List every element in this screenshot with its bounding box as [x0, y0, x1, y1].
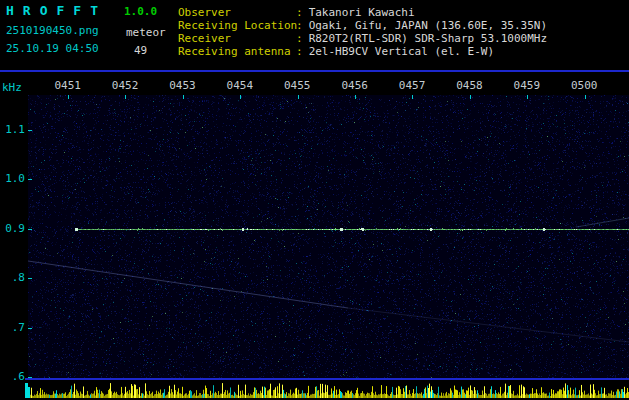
time-axis: 0451045204530454045504560457045804590500 [39, 79, 613, 92]
station-info-row: Receiving Location:Ogaki, Gifu, JAPAN (1… [178, 19, 547, 32]
spectrogram-plot [28, 95, 629, 378]
header-separator-line [0, 70, 629, 72]
app-title-letter: T [90, 3, 98, 18]
info-value: Ogaki, Gifu, JAPAN (136.60E, 35.35N) [309, 19, 547, 32]
mode-label: meteor [126, 26, 166, 39]
hrofft-window: HROFFT 1.0.0 2510190450.png meteor 25.10… [0, 0, 629, 400]
time-axis-label: 0455 [269, 79, 326, 92]
time-axis-label: 0454 [211, 79, 268, 92]
station-info-row: Observer:Takanori Kawachi [178, 6, 547, 19]
app-title-letter: F [56, 3, 64, 18]
frequency-axis: 1.11.00.9.8.7.6 [0, 0, 26, 400]
station-info-row: Receiver:R820T2(RTL-SDR) SDR-Sharp 53.10… [178, 32, 547, 45]
time-axis-label: 0459 [498, 79, 555, 92]
info-label: Receiving Location [178, 19, 296, 32]
frequency-axis-label: .6 [0, 371, 26, 383]
info-colon: : [296, 19, 303, 32]
app-title-letter: O [40, 3, 48, 18]
info-label: Receiver [178, 32, 296, 45]
plot-bottom-line [25, 378, 629, 380]
echo-count: 49 [134, 44, 147, 57]
time-axis-label: 0500 [556, 79, 613, 92]
info-label: Receiving antenna [178, 45, 296, 58]
info-colon: : [296, 32, 303, 45]
info-colon: : [296, 6, 303, 19]
time-axis-label: 0458 [441, 79, 498, 92]
station-info-row: Receiving antenna:2el-HB9CV Vertical (el… [178, 45, 547, 58]
info-value: 2el-HB9CV Vertical (el. E-W) [309, 45, 494, 58]
info-colon: : [296, 45, 303, 58]
header: HROFFT 1.0.0 2510190450.png meteor 25.10… [0, 0, 629, 70]
time-axis-label: 0453 [154, 79, 211, 92]
frequency-axis-label: 1.1 [0, 124, 26, 136]
info-label: Observer [178, 6, 296, 19]
time-axis-label: 0451 [39, 79, 96, 92]
app-title-letter: F [73, 3, 81, 18]
time-axis-label: 0456 [326, 79, 383, 92]
signal-activity-bar [25, 382, 629, 398]
info-value: Takanori Kawachi [309, 6, 415, 19]
time-axis-label: 0457 [383, 79, 440, 92]
version-label: 1.0.0 [124, 5, 157, 18]
frequency-axis-label: .8 [0, 272, 26, 284]
time-axis-label: 0452 [96, 79, 153, 92]
info-value: R820T2(RTL-SDR) SDR-Sharp 53.1000MHz [309, 32, 547, 45]
station-info: Observer:Takanori KawachiReceiving Locat… [178, 6, 547, 58]
frequency-axis-label: .7 [0, 322, 26, 334]
frequency-axis-label: 0.9 [0, 223, 26, 235]
frequency-axis-label: 1.0 [0, 173, 26, 185]
